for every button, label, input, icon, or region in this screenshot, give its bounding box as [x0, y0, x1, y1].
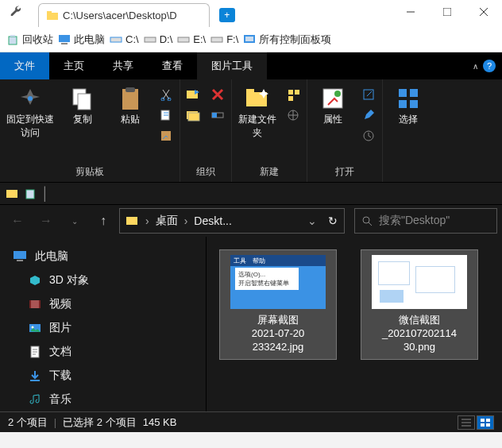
qa-label: C:\	[126, 33, 139, 45]
rename-button[interactable]	[209, 106, 226, 124]
svg-rect-53	[39, 300, 41, 308]
refresh-button[interactable]: ↻	[328, 214, 338, 227]
tab-picture-tools[interactable]: 图片工具	[197, 52, 267, 79]
qa-drive-c[interactable]: C:\	[110, 33, 139, 46]
sidebar-item-videos[interactable]: 视频	[6, 292, 199, 316]
up-button[interactable]: ↑	[91, 208, 116, 234]
folder-small-icon[interactable]	[6, 187, 19, 200]
tab-view[interactable]: 查看	[148, 52, 197, 79]
status-selected: 已选择 2 个项目	[63, 415, 136, 430]
file-thumbnail: 工具帮助 选项(O)...开启智慧右键菜单	[230, 255, 326, 309]
svg-rect-1	[47, 11, 52, 14]
address-dropdown[interactable]: ⌄	[307, 214, 317, 227]
group-open-label: 打开	[335, 165, 354, 180]
tab-file[interactable]: 文件	[0, 52, 49, 79]
svg-rect-60	[481, 423, 485, 427]
svg-point-55	[32, 326, 34, 329]
file-item[interactable]: 工具帮助 选项(O)...开启智慧右键菜单 屏幕截图 2021-07-20 23…	[219, 249, 337, 360]
delete-icon	[210, 87, 225, 102]
sidebar-item-documents[interactable]: 文档	[6, 340, 199, 364]
svg-rect-44	[6, 190, 17, 198]
sidebar-this-pc[interactable]: 此电脑	[6, 245, 199, 268]
ribbon-label: 复制	[73, 113, 92, 126]
new-tab-button[interactable]: +	[219, 8, 235, 22]
qa-drive-e[interactable]: E:\	[177, 33, 206, 46]
qa-label: F:\	[226, 33, 238, 45]
edit-button[interactable]	[360, 106, 377, 124]
recent-dropdown[interactable]: ⌄	[62, 208, 87, 234]
breadcrumb-desktop[interactable]: 桌面	[156, 214, 178, 228]
copy-button[interactable]: 复制	[62, 83, 103, 126]
pictures-icon	[29, 322, 41, 334]
statusbar: 2 个项目 | 已选择 2 个项目 145 KB	[0, 411, 502, 432]
pc-icon	[13, 249, 27, 264]
cut-button[interactable]	[157, 86, 175, 103]
history-button[interactable]	[360, 127, 377, 145]
view-icons-button[interactable]	[477, 415, 494, 430]
sidebar: 此电脑 3D 对象 视频 图片 文档 下载 音乐	[0, 237, 207, 411]
chevron-right-icon: ›	[184, 214, 188, 227]
svg-rect-57	[30, 380, 40, 381]
paste-button[interactable]: 粘贴	[110, 83, 151, 126]
forward-button[interactable]: →	[33, 208, 59, 234]
sidebar-item-music[interactable]: 音乐	[6, 388, 199, 411]
view-details-button[interactable]	[458, 415, 475, 430]
downloads-icon	[29, 369, 41, 382]
select-button[interactable]: 选择	[388, 83, 429, 126]
qa-this-pc[interactable]: 此电脑	[58, 33, 105, 47]
recycle-small-icon[interactable]	[24, 187, 37, 200]
minimize-button[interactable]	[392, 0, 429, 24]
address-bar[interactable]: › 桌面 › Deskt... ⌄ ↻	[119, 208, 345, 234]
qa-control-panel[interactable]: 所有控制面板项	[243, 33, 331, 47]
svg-rect-13	[211, 37, 222, 42]
collapse-ribbon-icon[interactable]: ∧	[473, 62, 478, 71]
file-list: 工具帮助 选项(O)...开启智慧右键菜单 屏幕截图 2021-07-20 23…	[207, 237, 502, 411]
file-name: 屏幕截图 2021-07-20 233242.jpg	[252, 314, 305, 354]
sidebar-item-pictures[interactable]: 图片	[6, 316, 199, 340]
file-thumbnail	[372, 255, 467, 309]
svg-rect-43	[410, 100, 418, 108]
move-to-button[interactable]	[185, 86, 203, 103]
qa-drive-f[interactable]: F:\	[210, 33, 238, 46]
tab-share[interactable]: 共享	[98, 52, 148, 79]
ribbon-label: 属性	[323, 113, 342, 126]
sidebar-label: 图片	[49, 321, 71, 335]
search-input[interactable]: 搜索"Desktop"	[354, 208, 497, 234]
new-item-button[interactable]	[284, 86, 302, 103]
open-button[interactable]	[360, 86, 377, 103]
breadcrumb-current[interactable]: Deskt...	[194, 214, 231, 227]
pin-quick-access-button[interactable]: 固定到快速访问	[5, 83, 56, 140]
help-icon[interactable]: ?	[483, 60, 496, 72]
customize-icon[interactable]	[10, 5, 21, 16]
tab-home[interactable]: 主页	[49, 52, 98, 79]
copy-path-button[interactable]	[157, 106, 175, 124]
sidebar-item-3d-objects[interactable]: 3D 对象	[6, 268, 199, 292]
close-button[interactable]	[465, 0, 502, 24]
qa-recycle-bin[interactable]: 回收站	[6, 33, 53, 47]
maximize-button[interactable]	[429, 0, 465, 24]
browser-tab[interactable]: C:\Users\acer\Desktop\D	[38, 3, 210, 27]
svg-rect-11	[145, 37, 156, 42]
nav-bar: ← → ⌄ ↑ › 桌面 › Deskt... ⌄ ↻ 搜索"Desktop"	[0, 205, 502, 237]
ribbon-tabs: 文件 主页 共享 查看 图片工具 ∧ ?	[0, 52, 502, 79]
delete-button[interactable]	[209, 86, 226, 103]
svg-rect-31	[246, 89, 254, 94]
qa-drive-d[interactable]: D:\	[144, 33, 173, 46]
easy-access-button[interactable]	[284, 106, 302, 124]
chevron-divider: │	[41, 187, 49, 201]
properties-button[interactable]: 属性	[312, 83, 353, 126]
pc-icon	[58, 33, 71, 46]
copy-to-button[interactable]	[185, 106, 203, 124]
properties-icon	[320, 86, 346, 111]
svg-rect-33	[295, 90, 299, 95]
back-button[interactable]: ←	[5, 208, 30, 234]
easy-access-icon	[287, 109, 299, 122]
file-item[interactable]: 微信截图 _202107202114 30.png	[361, 249, 478, 360]
paste-shortcut-button[interactable]	[157, 127, 175, 145]
3d-objects-icon	[29, 274, 41, 287]
drive-icon	[177, 33, 190, 46]
sidebar-item-downloads[interactable]: 下载	[6, 364, 199, 388]
new-folder-button[interactable]: 新建文件夹	[237, 83, 278, 140]
move-to-icon	[187, 87, 201, 102]
svg-rect-7	[10, 35, 15, 37]
